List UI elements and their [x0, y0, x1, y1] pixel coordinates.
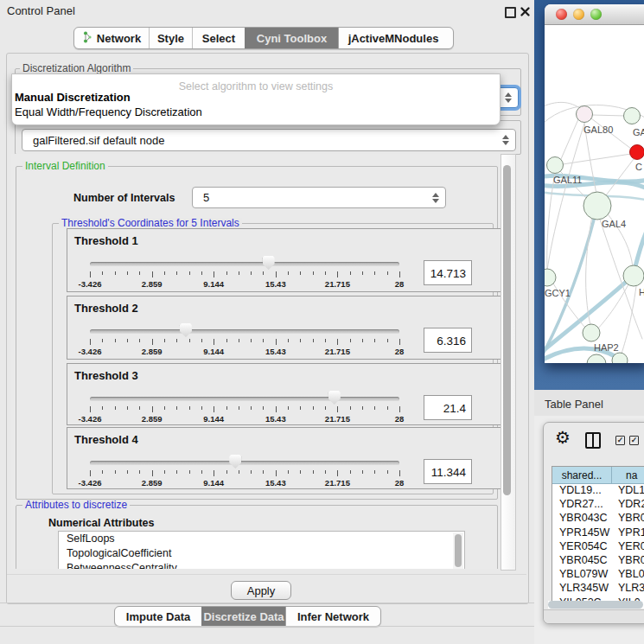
apply-button[interactable]: Apply	[231, 581, 291, 600]
threshold-slider-thumb[interactable]	[328, 391, 341, 405]
tick-mark	[115, 271, 116, 275]
tick-mark	[263, 470, 264, 474]
tick-mark	[226, 339, 227, 342]
tick-mark	[399, 470, 400, 476]
control-panel-window: Control Panel NetworkStyleSelectCyni Too…	[0, 0, 534, 644]
thresholds-group-title: Threshold's Coordinates for 5 Intervals	[59, 218, 242, 228]
threshold-slider-thumb[interactable]	[229, 455, 241, 469]
table-row[interactable]: YBL079WYBL0	[552, 568, 644, 582]
attribute-list-item[interactable]: BetweennessCentrality	[59, 561, 464, 569]
table-window: ⚙ ✓ ✓ shared... na YDL19...YDL1YDR27...Y…	[543, 422, 644, 624]
table-hscrollbar[interactable]	[548, 601, 644, 609]
tick-mark	[189, 406, 190, 410]
tick-mark	[350, 271, 351, 275]
table-row[interactable]: YBR043CYBR0	[552, 512, 644, 526]
network-node[interactable]	[630, 145, 644, 160]
network-node[interactable]	[577, 106, 593, 123]
table-data-combobox[interactable]: galFiltered.sif default node	[22, 129, 516, 151]
network-window-titlebar[interactable]	[545, 4, 644, 25]
threshold-label: Threshold 2	[74, 302, 138, 315]
tab-style[interactable]: Style	[149, 28, 192, 48]
threshold-slider-track[interactable]	[90, 329, 399, 334]
tick-mark	[127, 339, 128, 342]
tab-cyni-toolbox[interactable]: Cyni Toolbox	[245, 28, 338, 48]
network-node[interactable]	[623, 265, 644, 286]
column-header[interactable]: na	[612, 467, 644, 484]
tick-mark	[139, 271, 140, 275]
tick-label: 28	[395, 279, 405, 289]
network-node[interactable]	[587, 354, 606, 363]
table-row[interactable]: YPR145WYPR1	[552, 526, 644, 540]
threshold-slider-thumb[interactable]	[180, 323, 192, 337]
tick-mark	[387, 271, 388, 275]
threshold-slider-track[interactable]	[90, 262, 399, 266]
checkbox-icon[interactable]: ✓	[615, 436, 625, 445]
table-row[interactable]: YDR27...YDR2	[552, 498, 644, 512]
split-columns-icon[interactable]	[585, 432, 601, 449]
tick-mark	[325, 271, 326, 275]
threshold-value-field[interactable]: 14.713	[424, 260, 472, 285]
tab-select[interactable]: Select	[192, 28, 245, 48]
tick-mark	[288, 470, 289, 474]
tick-mark	[337, 470, 338, 476]
close-window-icon[interactable]	[520, 6, 531, 17]
tab-discretize-data[interactable]: Discretize Data	[201, 607, 285, 626]
threshold-value-field[interactable]: 11.344	[424, 459, 472, 484]
threshold-value-field[interactable]: 21.4	[424, 395, 472, 420]
threshold-slider-track[interactable]	[90, 461, 399, 465]
table-row[interactable]: YDL19...YDL1	[552, 484, 644, 498]
tick-label: 15.43	[265, 414, 286, 424]
list-scrollbar[interactable]	[453, 532, 463, 569]
tick-label: 15.43	[265, 478, 286, 488]
zoom-traffic-icon[interactable]	[590, 9, 602, 20]
dropdown-option[interactable]: Manual Discretization	[15, 91, 131, 104]
table-cell: YDR2	[612, 498, 644, 512]
tick-mark	[251, 271, 252, 275]
network-canvas[interactable]: GAL80GALCGAL11GAL4GCY1HHAP2	[545, 25, 644, 363]
panel-scrollbar[interactable]	[501, 154, 516, 571]
threshold-slider-track[interactable]	[90, 397, 399, 401]
tick-mark	[201, 406, 202, 410]
table-row[interactable]: YLR345WYLR3	[552, 582, 644, 596]
threshold-slider-thumb[interactable]	[263, 256, 275, 270]
attribute-list-item[interactable]: TopologicalCoefficient	[59, 546, 464, 561]
tick-mark	[251, 339, 252, 342]
network-node[interactable]	[583, 192, 611, 220]
close-traffic-icon[interactable]	[556, 9, 567, 20]
network-node[interactable]	[545, 269, 556, 286]
tab-jactivemnodules[interactable]: jActiveMNodules	[338, 28, 448, 48]
tick-mark	[350, 470, 351, 474]
tick-mark	[337, 339, 338, 345]
tab-label: jActiveMNodules	[348, 32, 439, 45]
tick-mark	[399, 339, 400, 345]
algorithm-group-title: Discretization Algorithm	[20, 63, 133, 73]
table-cell: YER054C	[552, 540, 612, 554]
table-row[interactable]: YBR045CYBR0	[552, 554, 644, 568]
network-node[interactable]	[624, 108, 641, 124]
checkbox-icon[interactable]: ✓	[629, 436, 639, 445]
tick-mark	[152, 470, 153, 476]
column-header[interactable]: shared...	[552, 467, 612, 484]
threshold-label: Threshold 4	[74, 433, 138, 446]
numerical-attributes-list[interactable]: SelfLoopsTopologicalCoefficientBetweenne…	[58, 531, 465, 569]
network-node[interactable]	[583, 324, 600, 341]
tick-mark	[90, 406, 91, 412]
minimize-traffic-icon[interactable]	[573, 9, 584, 20]
threshold-value-field[interactable]: 6.316	[424, 328, 472, 353]
tab-label: Impute Data	[126, 610, 190, 623]
dropdown-option[interactable]: Equal Width/Frequency Discretization	[15, 105, 202, 118]
float-window-icon[interactable]	[505, 7, 516, 18]
tick-mark	[313, 470, 314, 474]
num-intervals-combobox[interactable]: 5	[192, 187, 446, 208]
tick-mark	[300, 271, 301, 275]
gear-icon[interactable]: ⚙	[555, 427, 571, 448]
attribute-list-item[interactable]: SelfLoops	[59, 532, 464, 546]
tab-infer-network[interactable]: Infer Network	[285, 607, 380, 626]
table-cell: YPR1	[612, 526, 644, 540]
tick-mark	[239, 406, 239, 410]
tick-mark	[276, 406, 277, 412]
table-row[interactable]: YER054CYER0	[552, 540, 644, 554]
tab-network[interactable]: Network	[74, 28, 149, 48]
network-node[interactable]	[547, 157, 564, 174]
tab-impute-data[interactable]: Impute Data	[115, 607, 201, 626]
